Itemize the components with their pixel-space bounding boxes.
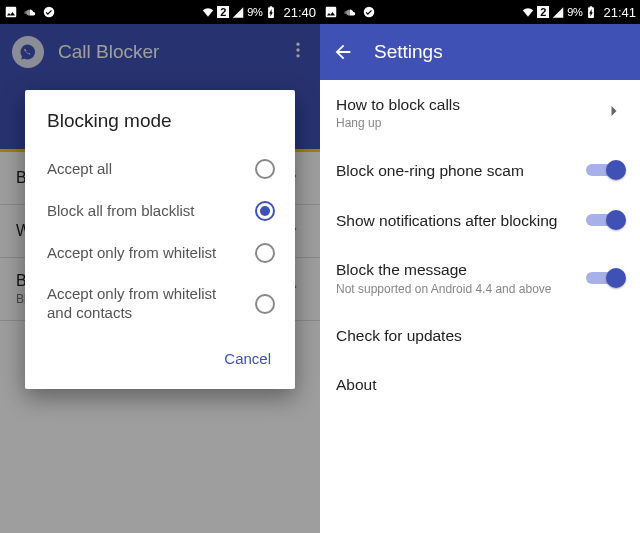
- setting-title: Block one-ring phone scam: [336, 161, 578, 180]
- setting-one-ring-scam[interactable]: Block one-ring phone scam: [320, 145, 640, 195]
- cancel-button[interactable]: Cancel: [214, 342, 281, 375]
- setting-title: Show notifications after blocking: [336, 211, 578, 230]
- chevron-right-icon: [604, 101, 624, 125]
- clock-text: 21:40: [283, 5, 316, 20]
- toggle-switch[interactable]: [586, 210, 624, 230]
- sim-indicator: 2: [217, 6, 229, 18]
- radio-icon: [255, 294, 275, 314]
- radio-option-accept-whitelist-contacts[interactable]: Accept only from whitelist and contacts: [25, 274, 295, 334]
- toggle-switch[interactable]: [586, 268, 624, 288]
- check-circle-icon: [42, 5, 56, 19]
- status-bar: 2 9% 21:41: [320, 0, 640, 24]
- radio-option-accept-all[interactable]: Accept all: [25, 148, 295, 190]
- signal-icon: [551, 5, 565, 19]
- radio-option-accept-whitelist[interactable]: Accept only from whitelist: [25, 232, 295, 274]
- settings-title: Settings: [374, 41, 443, 63]
- settings-list: How to block calls Hang up Block one-rin…: [320, 80, 640, 410]
- setting-block-message[interactable]: Block the message Not supported on Andro…: [320, 245, 640, 310]
- sim-indicator: 2: [537, 6, 549, 18]
- image-icon: [324, 5, 338, 19]
- option-label: Accept only from whitelist and contacts: [47, 285, 255, 323]
- blocking-mode-dialog: Blocking mode Accept all Block all from …: [25, 90, 295, 389]
- battery-text: 9%: [567, 6, 582, 18]
- soundcloud-icon: [23, 5, 37, 19]
- setting-subtitle: Not supported on Android 4.4 and above: [336, 282, 578, 296]
- soundcloud-icon: [343, 5, 357, 19]
- setting-title: Check for updates: [336, 326, 616, 345]
- setting-title: How to block calls: [336, 95, 596, 114]
- svg-point-4: [364, 7, 375, 18]
- modal-scrim[interactable]: Blocking mode Accept all Block all from …: [0, 24, 320, 533]
- battery-charging-icon: [584, 5, 598, 19]
- signal-icon: [231, 5, 245, 19]
- setting-title: About: [336, 375, 616, 394]
- radio-icon: [255, 201, 275, 221]
- option-label: Accept only from whitelist: [47, 244, 255, 263]
- back-button[interactable]: [332, 41, 354, 63]
- image-icon: [4, 5, 18, 19]
- battery-charging-icon: [264, 5, 278, 19]
- status-bar: 2 9% 21:40: [0, 0, 320, 24]
- setting-title: Block the message: [336, 260, 578, 279]
- screen-call-blocker: 2 9% 21:40 Call Blocker Blacklist Whitel…: [0, 0, 320, 533]
- toggle-switch[interactable]: [586, 160, 624, 180]
- setting-subtitle: Hang up: [336, 116, 596, 130]
- option-label: Block all from blacklist: [47, 202, 255, 221]
- wifi-icon: [521, 5, 535, 19]
- wifi-icon: [201, 5, 215, 19]
- clock-text: 21:41: [603, 5, 636, 20]
- setting-about[interactable]: About: [320, 360, 640, 409]
- radio-option-block-blacklist[interactable]: Block all from blacklist: [25, 190, 295, 232]
- dialog-title: Blocking mode: [25, 90, 295, 148]
- option-label: Accept all: [47, 160, 255, 179]
- app-bar: Settings: [320, 24, 640, 80]
- battery-text: 9%: [247, 6, 262, 18]
- check-circle-icon: [362, 5, 376, 19]
- radio-icon: [255, 243, 275, 263]
- screen-settings: 2 9% 21:41 Settings How to block calls H…: [320, 0, 640, 533]
- svg-point-0: [44, 7, 55, 18]
- setting-how-to-block[interactable]: How to block calls Hang up: [320, 80, 640, 145]
- setting-show-notifications[interactable]: Show notifications after blocking: [320, 195, 640, 245]
- radio-icon: [255, 159, 275, 179]
- setting-check-updates[interactable]: Check for updates: [320, 311, 640, 360]
